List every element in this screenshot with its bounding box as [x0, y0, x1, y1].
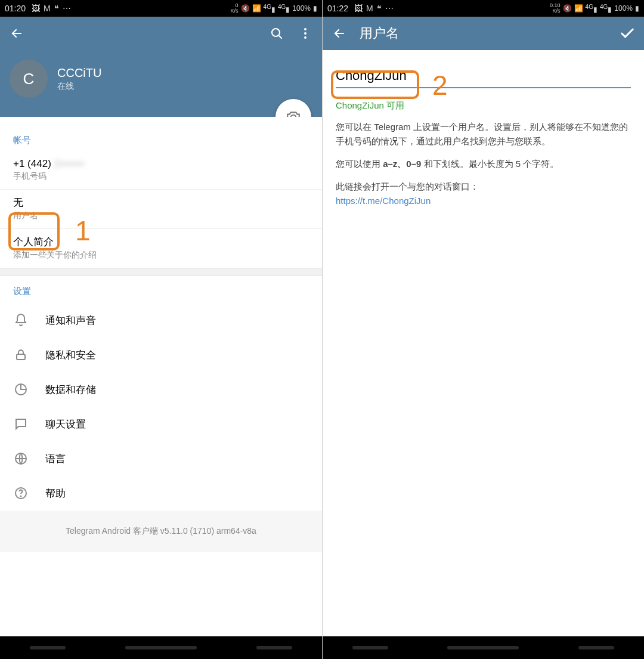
- signal-4g-2: 4G▮: [278, 4, 290, 14]
- bio-label: 添加一些关于你的介绍: [13, 250, 309, 261]
- settings-section: 设置 通知和声音 隐私和安全 数据和存储 聊天设置: [0, 276, 322, 511]
- status-bar: 01:20 🖼 M ❝ ⋯ 0K/s 🔇 📶 4G▮ 4G▮ 100% ▮: [0, 0, 322, 17]
- chat-icon: [13, 416, 29, 432]
- wifi-icon: 📶: [252, 4, 261, 13]
- battery-icon: ▮: [635, 4, 639, 13]
- username-input-wrap: [323, 50, 644, 92]
- settings-privacy-label: 隐私和安全: [45, 348, 96, 362]
- arrow-left-icon: [10, 26, 24, 41]
- avatar[interactable]: C: [10, 60, 48, 98]
- settings-chat-label: 聊天设置: [45, 417, 86, 431]
- confirm-button[interactable]: [619, 25, 636, 42]
- appbar: 用户名: [323, 17, 644, 50]
- image-icon: 🖼: [354, 4, 363, 13]
- settings-chat[interactable]: 聊天设置: [0, 407, 322, 441]
- phone-label: 手机号码: [13, 171, 309, 182]
- battery-text: 100%: [292, 4, 311, 13]
- settings-header: 设置: [0, 276, 322, 303]
- image-icon: 🖼: [32, 4, 40, 13]
- data-usage-icon: [13, 382, 29, 397]
- overflow-menu-button[interactable]: [297, 25, 314, 42]
- status-left-icons: 🖼 M ❝ ⋯: [32, 4, 71, 13]
- svg-rect-6: [17, 354, 25, 360]
- section-divider: [0, 268, 322, 276]
- arrow-left-icon: [332, 26, 346, 41]
- status-right-icons: 0K/s 🔇 📶 4G▮ 4G▮ 100% ▮: [231, 3, 317, 14]
- settings-data-label: 数据和存储: [45, 383, 96, 397]
- svg-point-3: [304, 32, 306, 35]
- username-available-msg: ChongZiJun 可用: [323, 92, 644, 112]
- svg-point-4: [304, 36, 306, 39]
- status-time: 01:20: [5, 4, 26, 13]
- check-icon: [619, 25, 636, 42]
- globe-icon: [13, 451, 29, 466]
- username-link[interactable]: https://t.me/ChongZiJun: [336, 196, 431, 206]
- settings-privacy[interactable]: 隐私和安全: [0, 338, 322, 372]
- help-icon: [13, 485, 29, 501]
- settings-help[interactable]: 帮助: [0, 476, 322, 511]
- status-time: 01:22: [327, 4, 348, 13]
- appbar: [0, 17, 322, 50]
- network-speed: 0.10K/s: [550, 3, 561, 14]
- profile-header: C CCCiTU 在线: [0, 50, 322, 117]
- signal-4g-1: 4G▮: [586, 4, 597, 14]
- username-value: 无: [13, 196, 309, 209]
- username-desc-3: 此链接会打开一个与您的对话窗口： https://t.me/ChongZiJun: [323, 171, 644, 208]
- mute-icon: 🔇: [563, 4, 572, 13]
- account-header: 帐号: [0, 125, 322, 152]
- avatar-letter: C: [23, 70, 35, 88]
- username-input[interactable]: [336, 66, 631, 88]
- battery-text: 100%: [614, 4, 633, 13]
- username-desc-2: 您可以使用 a–z、0–9 和下划线。最小长度为 5 个字符。: [323, 148, 644, 171]
- appbar-title: 用户名: [360, 24, 607, 42]
- settings-language[interactable]: 语言: [0, 441, 322, 476]
- bio-value: 个人简介: [13, 235, 309, 249]
- wifi-icon: 📶: [574, 4, 583, 13]
- settings-notifications[interactable]: 通知和声音: [0, 303, 322, 338]
- bio-row[interactable]: 个人简介 添加一些关于你的介绍: [0, 229, 322, 268]
- status-bar: 01:22 🖼 M ❝ ⋯ 0.10K/s 🔇 📶 4G▮ 4G▮ 100% ▮: [323, 0, 644, 17]
- svg-point-10: [20, 496, 21, 496]
- phone-value: +1 (442) 2•••••••: [13, 158, 309, 170]
- username-label: 用户名: [13, 211, 309, 221]
- status-left-icons: 🖼 M ❝ ⋯: [354, 4, 394, 13]
- profile-name: CCCiTU: [57, 66, 101, 80]
- more-dots-icon: ⋯: [385, 4, 394, 13]
- back-button[interactable]: [331, 25, 348, 42]
- phone-hidden: 2•••••••: [54, 158, 85, 169]
- mail-icon: M: [366, 4, 373, 13]
- quote-icon: ❝: [377, 4, 382, 13]
- settings-language-label: 语言: [45, 452, 66, 466]
- settings-help-label: 帮助: [45, 487, 66, 500]
- svg-line-1: [279, 36, 282, 39]
- android-navbar[interactable]: [0, 636, 322, 659]
- version-footer: Telegram Android 客户端 v5.11.0 (1710) arm6…: [0, 511, 322, 552]
- username-row[interactable]: 无 用户名: [0, 190, 322, 229]
- phone-row[interactable]: +1 (442) 2••••••• 手机号码: [0, 152, 322, 190]
- battery-icon: ▮: [313, 4, 317, 13]
- settings-data[interactable]: 数据和存储: [0, 372, 322, 407]
- more-vertical-icon: [298, 26, 312, 41]
- signal-4g-1: 4G▮: [264, 4, 275, 14]
- lock-icon: [13, 347, 29, 363]
- mail-icon: M: [44, 4, 51, 13]
- more-dots-icon: ⋯: [63, 4, 71, 13]
- svg-point-2: [304, 28, 306, 30]
- profile-status: 在线: [57, 81, 101, 92]
- phone-right-username: 01:22 🖼 M ❝ ⋯ 0.10K/s 🔇 📶 4G▮ 4G▮ 100% ▮…: [322, 0, 644, 659]
- settings-notifications-label: 通知和声音: [45, 314, 96, 327]
- back-button[interactable]: [8, 25, 25, 42]
- network-speed: 0K/s: [231, 3, 239, 14]
- search-button[interactable]: [268, 25, 285, 42]
- android-navbar[interactable]: [323, 636, 644, 659]
- bell-icon: [13, 313, 29, 328]
- phone-left-settings: 01:20 🖼 M ❝ ⋯ 0K/s 🔇 📶 4G▮ 4G▮ 100% ▮: [0, 0, 322, 659]
- quote-icon: ❝: [54, 4, 59, 13]
- username-desc-1: 您可以在 Telegram 上设置一个用户名。设置后，别人将能够在不知道您的手机…: [323, 112, 644, 148]
- status-right-icons: 0.10K/s 🔇 📶 4G▮ 4G▮ 100% ▮: [550, 3, 639, 14]
- mute-icon: 🔇: [241, 4, 250, 13]
- account-section: 帐号 +1 (442) 2••••••• 手机号码 无 用户名 个人简介 添加一…: [0, 117, 322, 268]
- signal-4g-2: 4G▮: [600, 4, 612, 14]
- search-icon: [270, 26, 284, 41]
